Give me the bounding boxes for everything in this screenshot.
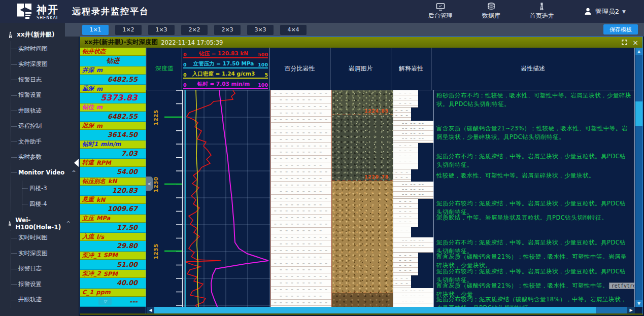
lithology-symbol-row: ‒ ‒ ‒ ‒ ‒ ‒ ‒ ‒ <box>271 149 331 156</box>
param-label: 转速RPM <box>80 159 146 167</box>
param-label: C_1ppm <box>80 289 146 297</box>
curve-min: 0 <box>183 82 192 88</box>
app-title: 远程录井监控平台 <box>72 6 149 17</box>
param-value-text: --- <box>129 298 138 305</box>
depth-chart-window: xx井(新井眼)-实时深度图 2022-11-14 17:05:39 × 钻井状… <box>80 37 643 315</box>
collapse-caret-icon[interactable]: ^ <box>66 221 71 226</box>
menu-backend-management[interactable]: 后台管理 <box>428 3 453 20</box>
lithology-symbol-row: ‒‒ ‒‒ ‒‒ <box>393 131 433 136</box>
lithology-symbol-row: ‒‒ ‒‒ ‒‒ <box>393 242 433 248</box>
hover-tooltip: retfvtrey <box>609 283 635 289</box>
interpreted-lithology-segment: ‒ ‒ ‒‒ ‒ ‒‒ ‒ ‒ <box>393 90 418 108</box>
param-value-text: 7.03 <box>121 150 138 157</box>
param-name: 泵冲_1 <box>82 252 101 259</box>
sidebar-item-四楼-3[interactable]: 四楼-3 <box>22 181 79 196</box>
horizontal-scroll-thumb[interactable] <box>154 307 596 313</box>
scroll-right-button[interactable]: ▶ <box>627 307 635 313</box>
sidebar-well-node[interactable]: Wei-H100(Hole-1)^ <box>7 217 79 230</box>
maximize-icon[interactable] <box>622 40 627 45</box>
lithology-symbol-row: ‒ ‒ ‒ <box>393 275 411 280</box>
scroll-up-button[interactable]: ▲ <box>635 48 642 55</box>
param-value-text: 6482.55 <box>108 113 138 120</box>
chevron-down-icon: ▼ <box>622 9 626 14</box>
curve-legend: 0钻压 = 120.83 kN5000立管压力 = 17.50 MPa1000入… <box>182 48 269 90</box>
tab-layout-1×2[interactable]: 1×2 <box>115 25 142 35</box>
sidebar-item-实时深度图[interactable]: 实时深度图 <box>11 57 79 73</box>
tab-layout-2×3[interactable]: 2×3 <box>214 25 241 35</box>
param-value-text: 钻进 <box>107 56 120 65</box>
sidebar-item-报警设置[interactable]: 报警设置 <box>11 276 79 292</box>
chart-column-headers: 深度道0钻压 = 120.83 kN5000立管压力 = 17.50 MPa10… <box>147 48 635 90</box>
svg-text:1225: 1225 <box>153 110 159 126</box>
interpreted-lithology-segment: ‒‒ ‒‒ ‒‒‒‒ ‒‒ ‒‒‒‒ ‒‒ ‒‒ <box>393 288 433 308</box>
curve-钻时 <box>211 90 268 308</box>
tab-layout-1×1[interactable]: 1×1 <box>82 25 109 35</box>
panel-collapse-tab[interactable]: < <box>146 177 153 191</box>
menu-home-well-select[interactable]: 首页选井 <box>530 3 554 20</box>
param-value-text: 40.00 <box>117 279 138 287</box>
param-label: 井深m <box>80 66 146 75</box>
user-icon <box>584 7 592 16</box>
sidebar-item-实时深度图[interactable]: 实时深度图 <box>11 245 79 261</box>
lithology-symbol-row: ‒ ‒ ‒ ‒ ‒ ‒ ‒ ‒ <box>271 110 331 117</box>
cuttings-photo-section <box>332 181 393 293</box>
sidebar-item-报警日志[interactable]: 报警日志 <box>11 72 79 88</box>
param-value-text: 29.80 <box>117 242 138 250</box>
sidebar-item-井眼轨迹[interactable]: 井眼轨迹 <box>11 103 79 119</box>
sidebar-item-井眼轨迹[interactable]: 井眼轨迹 <box>11 292 79 308</box>
curve-legend-row: 0钻时 = 7.03 min/m100 <box>183 80 268 89</box>
close-icon[interactable]: × <box>632 39 638 46</box>
lithology-symbol-row: ‒ ‒ ‒ ‒ ‒ ‒ ‒ ‒ ‒ ‒ <box>271 90 331 97</box>
interpreted-lithology-segment: ‒ ‒ ‒ <box>393 227 411 237</box>
top-bar: 神开 SHENKAI 远程录井监控平台 后台管理 数据库 首页选井 管理员2 ▼ <box>0 0 644 23</box>
lithology-symbol-row: ‒‒ ‒‒ ‒‒ <box>393 126 433 131</box>
user-menu[interactable]: 管理员2 ▼ <box>584 7 626 16</box>
lithology-description-track: 粉砂质分布不均；性较硬，吸水性、可塑性中等。岩屑呈块状，少量碎块状。具PDC钻头… <box>434 90 635 308</box>
sidebar-item-实时参数[interactable]: 实时参数 <box>11 150 79 165</box>
lithology-symbol-row: ‒ ‒ ‒ ‒ ‒ ‒ ‒ ‒ ‒ ‒ <box>271 169 331 175</box>
window-title-bar: xx井(新井眼)-实时深度图 2022-11-14 17:05:39 × <box>80 37 642 48</box>
lithology-symbol-row: ‒ ‒ ‒ <box>393 258 418 263</box>
chart-body: 122512301235‒ ‒ ‒ ‒ ‒ ‒ ‒ ‒ ‒ ‒‒ ‒ ‒ ‒ ‒… <box>147 90 635 308</box>
tab-layout-2×2[interactable]: 2×2 <box>181 25 208 35</box>
tab-layout-4×4[interactable]: 4×4 <box>280 25 307 35</box>
param-value-text: 6482.55 <box>108 76 138 83</box>
interpreted-lithology-track: ‒ ‒ ‒‒ ‒ ‒‒ ‒ ‒‒ ‒ ‒‒ ‒ ‒‒‒ ‒‒ ‒‒‒‒ ‒‒ ‒… <box>393 90 434 308</box>
interpreted-lithology-segment: ‒ ‒ ‒‒ ‒ ‒‒ ‒ ‒‒ ‒ ‒‒ ‒ ‒ <box>393 199 418 227</box>
lithology-description: 粉砂质分布不均；性较硬，吸水性、可塑性中等。岩屑呈块状，少量碎块状。具PDC钻头… <box>436 91 631 109</box>
param-value-text: 3614.50 <box>108 131 138 138</box>
lithology-symbol-row: ‒ ‒ ‒ <box>393 113 411 118</box>
sidebar-item-报警日志[interactable]: 报警日志 <box>11 261 79 277</box>
collapse-caret-icon[interactable]: ^ <box>72 170 76 175</box>
menu-database[interactable]: 数据库 <box>482 3 500 20</box>
save-template-button[interactable]: 保存模板 <box>603 24 638 34</box>
lithology-symbol-row: ‒ ‒ ‒ <box>393 108 411 113</box>
top-menu: 后台管理 数据库 首页选井 管理员2 ▼ <box>428 3 644 20</box>
sidebar-item-文件助手[interactable]: 文件助手 <box>11 134 79 150</box>
sidebar-collapse-arrow-icon[interactable] <box>74 159 79 167</box>
sidebar-item-四楼-4[interactable]: 四楼-4 <box>22 196 79 212</box>
lithology-symbol-row: ‒ ‒ ‒ <box>393 153 418 158</box>
param-value-text: 54.00 <box>117 168 138 175</box>
param-unit: SPM <box>104 252 118 259</box>
sidebar-item-实时时间图[interactable]: 实时时间图 <box>11 230 79 246</box>
scroll-left-button[interactable]: ◀ <box>147 307 154 313</box>
scroll-down-button[interactable]: ▼ <box>635 300 642 307</box>
param-value: 54.00 <box>80 167 146 178</box>
param-unit: l/s <box>96 233 104 240</box>
vertical-scroll-thumb[interactable] <box>635 101 642 126</box>
sidebar-item-远程控制[interactable]: 远程控制 <box>11 119 79 134</box>
lithology-symbol-row: ‒ ‒ ‒ ‒ ‒ ‒ ‒ ‒ ‒ ‒ <box>271 156 331 162</box>
sidebar-item-monitor-video[interactable]: Monitor Video^ <box>11 165 79 181</box>
column-header-cuttings-photo: 岩屑图片 <box>330 48 391 90</box>
lithology-symbol-row: ‒ ‒ ‒ <box>393 199 418 204</box>
tab-layout-1×3[interactable]: 1×3 <box>148 25 175 35</box>
lithology-symbol-row: ‒‒ ‒‒ ‒‒ <box>393 182 433 187</box>
param-dropdown-button[interactable]: ▽ <box>98 298 112 305</box>
vertical-scrollbar: ▲ ▼ <box>635 48 642 307</box>
sidebar-item-报警设置[interactable]: 报警设置 <box>11 88 79 103</box>
sidebar-item-实时时间图[interactable]: 实时时间图 <box>11 41 79 57</box>
tab-layout-3×3[interactable]: 3×3 <box>247 25 274 35</box>
lithology-symbol-row: ‒ ‒ ‒ <box>393 95 418 100</box>
well-name: Wei-H100(Hole-1) <box>15 217 63 231</box>
